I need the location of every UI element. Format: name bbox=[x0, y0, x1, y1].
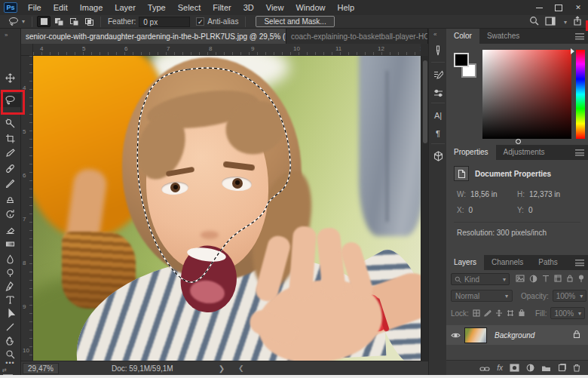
spot-healing-tool[interactable] bbox=[0, 161, 20, 175]
lock-all-icon[interactable] bbox=[518, 306, 525, 320]
menu-edit[interactable]: Edit bbox=[47, 0, 74, 15]
layer-row-background[interactable]: Background bbox=[446, 325, 588, 345]
tab-swatches[interactable]: Swatches bbox=[479, 29, 527, 44]
delete-layer-icon[interactable] bbox=[573, 361, 580, 375]
collapse-panels-icon[interactable]: « bbox=[433, 31, 436, 38]
x-value[interactable]: 0 bbox=[468, 206, 473, 214]
close-button[interactable] bbox=[568, 0, 588, 15]
search-icon[interactable] bbox=[529, 15, 539, 29]
saturation-brightness-picker[interactable] bbox=[482, 50, 571, 139]
ruler-origin-corner[interactable] bbox=[21, 44, 33, 56]
swap-colors-icon[interactable]: ⇄ bbox=[2, 367, 7, 373]
blur-tool[interactable] bbox=[0, 252, 20, 266]
filter-adjustment-layers-icon[interactable] bbox=[529, 275, 537, 284]
brush-tool[interactable] bbox=[0, 177, 20, 190]
tool-preset-picker[interactable]: ▾ bbox=[0, 17, 28, 26]
link-layers-icon[interactable] bbox=[479, 361, 490, 375]
filter-pin-icon[interactable] bbox=[578, 275, 584, 284]
share-icon[interactable] bbox=[573, 15, 582, 29]
width-value[interactable]: 18,56 in bbox=[470, 190, 498, 198]
color-picker-marker[interactable] bbox=[516, 139, 521, 144]
menu-view[interactable]: View bbox=[260, 0, 290, 15]
quick-selection-tool[interactable] bbox=[0, 116, 20, 130]
add-mask-icon[interactable] bbox=[510, 361, 519, 375]
canvas-vertical-scrollbar[interactable] bbox=[421, 56, 428, 361]
menu-image[interactable]: Image bbox=[74, 0, 109, 15]
tab-properties[interactable]: Properties bbox=[446, 145, 496, 160]
menu-help[interactable]: Help bbox=[332, 0, 361, 15]
intersect-selection-button[interactable] bbox=[82, 16, 96, 27]
height-value[interactable]: 12,373 in bbox=[529, 190, 560, 198]
history-brush-tool[interactable] bbox=[0, 207, 20, 220]
select-and-mask-button[interactable]: Select and Mask... bbox=[256, 16, 334, 27]
eyedropper-tool[interactable] bbox=[0, 146, 20, 160]
expand-tools-icon[interactable]: » bbox=[5, 32, 7, 38]
menu-select[interactable]: Select bbox=[172, 0, 207, 15]
pen-tool[interactable] bbox=[0, 279, 20, 293]
zoom-level-field[interactable]: 29,47% bbox=[23, 363, 59, 374]
document-canvas[interactable] bbox=[33, 56, 421, 361]
clone-stamp-tool[interactable] bbox=[0, 192, 20, 205]
add-to-selection-button[interactable] bbox=[52, 16, 66, 27]
filter-smart-objects-icon[interactable] bbox=[566, 275, 574, 284]
new-layer-icon[interactable] bbox=[558, 361, 566, 375]
color-foreground-swatch[interactable] bbox=[454, 53, 469, 67]
tab-paths[interactable]: Paths bbox=[531, 255, 565, 270]
dodge-tool[interactable] bbox=[0, 266, 20, 279]
new-group-icon[interactable] bbox=[541, 361, 551, 375]
minimize-button[interactable] bbox=[529, 0, 549, 15]
status-options-chevron[interactable]: ❯ bbox=[219, 364, 225, 373]
opacity-field[interactable]: 100% ▾ bbox=[553, 290, 587, 302]
tab-coach-explaining[interactable]: coach-explaining-to-basketball-player-HC… bbox=[286, 29, 428, 44]
3d-panel-icon[interactable] bbox=[429, 148, 447, 164]
crop-tool[interactable] bbox=[0, 131, 20, 145]
panel-menu-icon[interactable] bbox=[575, 33, 584, 40]
filter-pixel-layers-icon[interactable] bbox=[516, 275, 525, 284]
gradient-tool[interactable] bbox=[0, 237, 20, 250]
lock-image-icon[interactable] bbox=[484, 306, 492, 320]
tab-adjustments[interactable]: Adjustments bbox=[496, 145, 553, 160]
layer-filter-kind-select[interactable]: Kind ▾ bbox=[451, 273, 510, 285]
menu-filter[interactable]: Filter bbox=[207, 0, 237, 15]
adjustment-layer-icon[interactable] bbox=[526, 361, 534, 375]
menu-layer[interactable]: Layer bbox=[109, 0, 142, 15]
chevron-down-icon[interactable]: ▾ bbox=[564, 19, 567, 26]
ruler-top[interactable]: 45678910111213 bbox=[33, 44, 421, 56]
tab-color[interactable]: Color bbox=[446, 29, 479, 44]
scrollbar-left-arrow[interactable]: ❮ bbox=[238, 364, 244, 372]
new-selection-button[interactable] bbox=[37, 16, 51, 27]
filter-type-layers-icon[interactable] bbox=[542, 275, 550, 284]
brushes-icon[interactable] bbox=[429, 42, 447, 59]
maximize-button[interactable] bbox=[549, 0, 568, 15]
blend-mode-select[interactable]: Normal ▾ bbox=[451, 290, 513, 302]
layer-name[interactable]: Background bbox=[495, 331, 534, 340]
antialias-checkbox[interactable]: ✓ bbox=[196, 17, 204, 26]
brush-settings-icon[interactable] bbox=[429, 66, 447, 83]
move-tool[interactable] bbox=[0, 71, 20, 85]
menu-file[interactable]: File bbox=[22, 0, 47, 15]
panel-menu-icon[interactable] bbox=[575, 149, 584, 156]
lock-position-icon[interactable] bbox=[495, 306, 503, 320]
fill-field[interactable]: 100% ▾ bbox=[550, 307, 585, 319]
line-tool[interactable] bbox=[0, 320, 20, 333]
workspace-icon[interactable] bbox=[545, 15, 556, 29]
eraser-tool[interactable] bbox=[0, 222, 20, 235]
clone-source-icon[interactable] bbox=[429, 85, 447, 101]
subtract-from-selection-button[interactable] bbox=[67, 16, 81, 27]
filter-shape-layers-icon[interactable] bbox=[554, 275, 562, 284]
hand-tool[interactable] bbox=[0, 333, 20, 347]
scrollbar-thumb[interactable] bbox=[423, 60, 427, 143]
type-tool[interactable] bbox=[0, 293, 20, 306]
menu-3d[interactable]: 3D bbox=[237, 0, 260, 15]
panel-menu-icon[interactable] bbox=[575, 260, 584, 266]
y-value[interactable]: 0 bbox=[528, 206, 533, 214]
lock-transparency-icon[interactable] bbox=[473, 306, 480, 320]
menu-type[interactable]: Type bbox=[142, 0, 172, 15]
layer-thumbnail[interactable] bbox=[464, 327, 487, 343]
lock-artboard-icon[interactable] bbox=[507, 306, 514, 320]
menu-window[interactable]: Window bbox=[289, 0, 331, 15]
feather-input[interactable]: 0 px bbox=[139, 17, 190, 27]
path-selection-tool[interactable] bbox=[0, 306, 20, 320]
character-panel-icon[interactable]: A| bbox=[429, 107, 447, 124]
layer-style-fx-icon[interactable]: fx bbox=[497, 364, 503, 372]
